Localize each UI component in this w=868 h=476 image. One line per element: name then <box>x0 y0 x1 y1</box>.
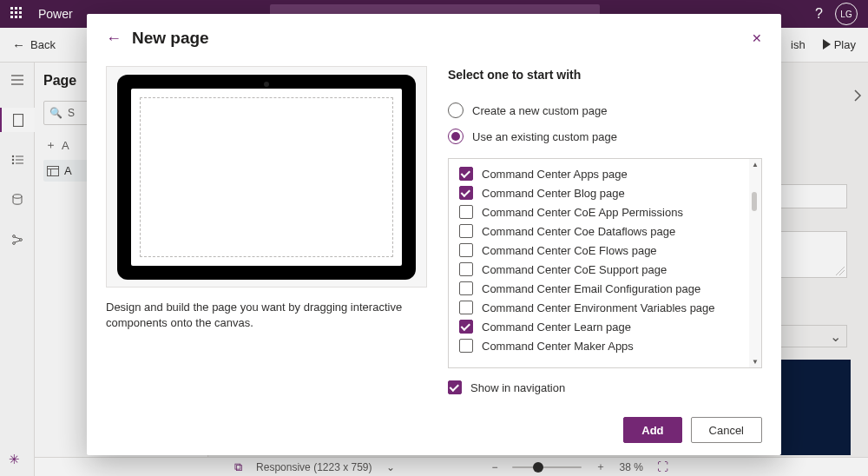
checkbox-icon <box>459 167 473 181</box>
device-frame <box>106 66 427 288</box>
add-button[interactable]: Add <box>623 417 681 443</box>
modal-footer: Add Cancel <box>87 405 781 455</box>
page-option-label: Command Center Coe Dataflows page <box>482 225 675 238</box>
radio-icon <box>448 102 464 118</box>
page-option-label: Command Center Learn page <box>482 321 631 334</box>
select-heading: Select one to start with <box>448 68 762 82</box>
show-nav-label: Show in navigation <box>470 381 565 394</box>
checkbox-icon <box>459 320 473 334</box>
existing-pages-list: Command Center Apps pageCommand Center B… <box>448 158 762 368</box>
checkbox-icon <box>459 281 473 295</box>
modal-preview-column: Design and build the page you want by dr… <box>106 66 427 405</box>
modal-close-button[interactable]: ✕ <box>752 31 762 45</box>
page-option-label: Command Center Blog page <box>482 187 625 200</box>
page-option[interactable]: Command Center Learn page <box>449 317 749 336</box>
modal-back-button[interactable]: ← <box>106 30 122 48</box>
page-option[interactable]: Command Center CoE Support page <box>449 260 749 279</box>
show-in-navigation[interactable]: Show in navigation <box>448 380 762 394</box>
page-option-label: Command Center Email Configuration page <box>482 282 700 295</box>
checkbox-icon <box>459 186 473 200</box>
page-option[interactable]: Command Center Blog page <box>449 183 749 202</box>
scroll-down-icon[interactable]: ▼ <box>752 358 759 366</box>
page-option-label: Command Center CoE Support page <box>482 263 667 276</box>
scroll-thumb[interactable] <box>752 192 757 211</box>
new-page-modal: ← New page ✕ Design and build the page y… <box>87 14 781 455</box>
radio-create-new[interactable]: Create a new custom page <box>448 97 762 123</box>
radio-label: Create a new custom page <box>472 104 607 117</box>
checkbox-icon <box>448 380 462 394</box>
page-option-label: Command Center Apps page <box>482 168 628 181</box>
checkbox-icon <box>459 301 473 314</box>
checkbox-icon <box>459 224 473 238</box>
page-option[interactable]: Command Center Maker Apps <box>449 336 749 355</box>
camera-icon <box>264 82 269 87</box>
list-scrollbar[interactable]: ▲ ▼ <box>749 159 761 367</box>
modal-title: New page <box>132 29 209 48</box>
checkbox-icon <box>459 262 473 276</box>
page-option[interactable]: Command Center Apps page <box>449 164 749 183</box>
checkbox-icon <box>459 339 473 353</box>
modal-description: Design and build the page you want by dr… <box>106 300 427 331</box>
page-option[interactable]: Command Center Email Configuration page <box>449 279 749 298</box>
scroll-up-icon[interactable]: ▲ <box>752 161 759 169</box>
radio-use-existing[interactable]: Use an existing custom page <box>448 123 762 149</box>
radio-icon <box>448 129 464 144</box>
page-option[interactable]: Command Center Coe Dataflows page <box>449 221 749 241</box>
checkbox-icon <box>459 243 473 257</box>
modal-form-column: Select one to start with Create a new cu… <box>448 66 762 405</box>
page-option-label: Command Center Environment Variables pag… <box>482 301 715 314</box>
page-option[interactable]: Command Center Environment Variables pag… <box>449 298 749 317</box>
page-option-label: Command Center CoE App Permissions <box>482 206 683 219</box>
checkbox-icon <box>459 205 473 219</box>
modal-header: ← New page ✕ <box>87 14 781 63</box>
radio-label: Use an existing custom page <box>472 130 617 143</box>
page-option[interactable]: Command Center CoE Flows page <box>449 241 749 260</box>
page-option-label: Command Center Maker Apps <box>482 340 634 353</box>
page-option-label: Command Center CoE Flows page <box>482 244 657 257</box>
cancel-button[interactable]: Cancel <box>691 417 762 443</box>
page-option[interactable]: Command Center CoE App Permissions <box>449 202 749 221</box>
